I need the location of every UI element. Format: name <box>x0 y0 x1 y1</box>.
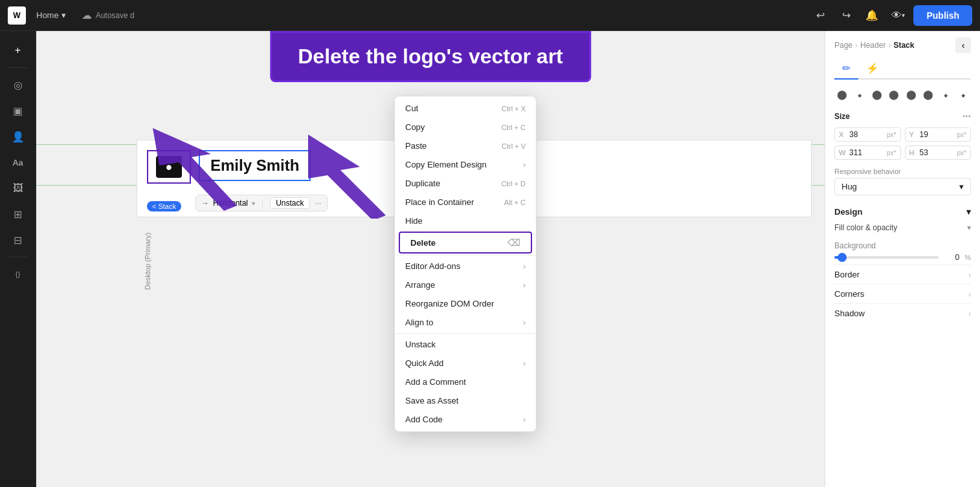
sidebar-item-pages[interactable]: ▣ <box>6 99 30 122</box>
bg-value: 0 <box>944 253 959 262</box>
bg-slider-container[interactable] <box>834 253 939 262</box>
sidebar-item-table[interactable]: ⊟ <box>6 228 30 252</box>
align-left-btn[interactable]: ⬤ <box>834 86 851 103</box>
distribute-h-btn[interactable]: ⬥ <box>938 86 954 103</box>
context-menu-arrange[interactable]: Arrange › <box>395 276 536 294</box>
context-menu-editor-addons[interactable]: Editor Add-ons › <box>395 257 536 276</box>
align-top-btn[interactable]: ⬤ <box>886 86 902 103</box>
sidebar-item-typography[interactable]: Aa <box>6 151 30 174</box>
app-logo[interactable]: W <box>8 6 26 25</box>
align-bottom-btn[interactable]: ⬤ <box>920 86 937 103</box>
design-header[interactable]: Design ▾ <box>834 203 971 221</box>
y-input[interactable] <box>920 130 955 139</box>
horizontal-chevron[interactable]: ▾ <box>252 200 255 207</box>
context-menu-reorganize-dom[interactable]: Reorganize DOM Order <box>395 294 536 313</box>
horizontal-bar: → Horizontal ▾ | Unstack ··· <box>195 195 328 211</box>
corners-row[interactable]: Corners › <box>834 284 971 303</box>
x-field[interactable]: X px* <box>834 127 901 142</box>
tutorial-banner: Delete the logo's vector art <box>270 31 591 82</box>
shadow-row[interactable]: Shadow › <box>834 303 971 323</box>
context-menu-paste[interactable]: Paste Ctrl + V <box>395 136 536 155</box>
w-input[interactable] <box>849 148 884 157</box>
context-menu-delete[interactable]: Delete ⌫ <box>399 232 532 254</box>
topbar-right: ↩ ↪ 🔔 👁▾ Publish <box>810 5 972 26</box>
sidebar-item-components[interactable]: ⊞ <box>6 202 30 226</box>
border-arrow: › <box>968 270 971 279</box>
ctx-divider-2 <box>395 333 536 334</box>
context-menu-copy-design[interactable]: Copy Element Design › <box>395 155 536 174</box>
publish-button[interactable]: Publish <box>913 5 972 26</box>
align-middle-btn[interactable]: ⬤ <box>904 86 920 103</box>
horizontal-label: Horizontal <box>213 199 248 208</box>
context-menu-duplicate[interactable]: Duplicate Ctrl + D <box>395 174 536 193</box>
size-more-btn[interactable]: ··· <box>963 111 971 122</box>
responsive-select[interactable]: Hug ▾ <box>834 178 971 195</box>
left-sidebar: + ◎ ▣ 👤 Aa 🖼 ⊞ ⊟ {} <box>0 31 36 487</box>
tab-design[interactable]: ✏ <box>834 58 858 80</box>
distribute-v-btn[interactable]: ⬥ <box>955 86 971 103</box>
x-input[interactable] <box>849 130 884 139</box>
context-menu-hide[interactable]: Hide <box>395 211 536 230</box>
undo-button[interactable]: ↩ <box>810 5 830 26</box>
h-field[interactable]: H px* <box>905 146 972 160</box>
background-label: Background <box>834 241 971 250</box>
size-grid: X px* Y px* W px* H px* <box>834 127 971 160</box>
tab-interact[interactable]: ⚡ <box>858 58 887 80</box>
context-menu-place-container[interactable]: Place in Container Alt + C <box>395 193 536 211</box>
h-input[interactable] <box>920 148 955 157</box>
main-layout: + ◎ ▣ 👤 Aa 🖼 ⊞ ⊟ {} Delete the logo's ve… <box>0 31 980 487</box>
panel-collapse-button[interactable]: ‹ <box>955 38 971 53</box>
w-field[interactable]: W px* <box>834 146 901 160</box>
context-menu-align[interactable]: Align to › <box>395 313 536 332</box>
home-chevron: ▾ <box>61 10 66 20</box>
breadcrumb-current: Stack <box>893 41 914 50</box>
more-options-btn[interactable]: ··· <box>315 199 322 208</box>
canvas-area[interactable]: Delete the logo's vector art Desktop (Pr… <box>36 31 825 487</box>
align-center-h-btn[interactable]: ⬥ <box>852 86 868 103</box>
size-section: Size ··· X px* Y px* W px* <box>825 107 980 164</box>
preview-button[interactable]: 👁▾ <box>887 5 908 26</box>
sidebar-item-media[interactable]: 🖼 <box>6 177 30 200</box>
breadcrumb-header[interactable]: Header <box>860 41 885 50</box>
design-section: Design ▾ Fill color & opacity ▾ Backgrou… <box>825 199 980 327</box>
context-menu-unstack[interactable]: Unstack <box>395 335 536 354</box>
stack-badge[interactable]: < Stack <box>147 200 181 211</box>
sidebar-item-add[interactable]: + <box>6 39 30 62</box>
context-menu-add-comment[interactable]: Add a Comment <box>395 373 536 391</box>
align-row: ⬤ ⬥ ⬤ ⬤ ⬤ ⬤ ⬥ ⬥ <box>825 80 980 107</box>
breadcrumb: Page › Header › Stack <box>834 41 914 50</box>
fill-arrow: ▾ <box>967 223 971 232</box>
y-field[interactable]: Y px* <box>905 127 972 142</box>
context-menu-quick-add[interactable]: Quick Add › <box>395 354 536 373</box>
fill-color-row[interactable]: Fill color & opacity ▾ <box>834 221 971 235</box>
sidebar-item-layers[interactable]: ◎ <box>6 73 30 96</box>
topbar: W Home ▾ ☁ Autosave d ↩ ↪ 🔔 👁▾ Publish <box>0 0 980 31</box>
sidebar-divider-1 <box>8 67 28 68</box>
responsive-label: Responsive behavior <box>834 168 971 175</box>
context-menu-add-code[interactable]: Add Code › <box>395 410 536 429</box>
context-menu-copy[interactable]: Copy Ctrl + C <box>395 118 536 136</box>
sidebar-item-code[interactable]: {} <box>6 263 30 286</box>
notifications-button[interactable]: 🔔 <box>862 5 882 26</box>
context-menu-cut[interactable]: Cut Ctrl + X <box>395 99 536 118</box>
responsive-chevron: ▾ <box>959 182 964 191</box>
breadcrumb-page[interactable]: Page <box>834 41 852 50</box>
redo-button[interactable]: ↪ <box>836 5 856 26</box>
bg-pct: % <box>964 254 971 261</box>
right-panel: Page › Header › Stack ‹ ✏ ⚡ ⬤ ⬥ ⬤ ⬤ ⬤ ⬤ … <box>825 31 980 487</box>
home-label: Home <box>36 10 59 20</box>
shadow-arrow: › <box>968 309 971 318</box>
border-row[interactable]: Border › <box>834 265 971 284</box>
unstack-btn[interactable]: Unstack <box>270 197 309 209</box>
align-right-btn[interactable]: ⬤ <box>869 86 885 103</box>
design-chevron: ▾ <box>966 207 971 217</box>
context-menu-save-asset[interactable]: Save as Asset <box>395 391 536 410</box>
home-nav[interactable]: Home ▾ <box>31 8 71 23</box>
context-menu: Cut Ctrl + X Copy Ctrl + C Paste Ctrl + … <box>394 96 537 432</box>
background-section: Background 0 % <box>834 235 971 265</box>
sidebar-item-users[interactable]: 👤 <box>6 125 30 148</box>
logo-element[interactable]: ● <box>147 150 191 184</box>
panel-header: Page › Header › Stack ‹ <box>825 31 980 53</box>
name-element[interactable]: Emily Smith <box>199 150 311 181</box>
bg-slider-row: 0 % <box>834 253 971 262</box>
